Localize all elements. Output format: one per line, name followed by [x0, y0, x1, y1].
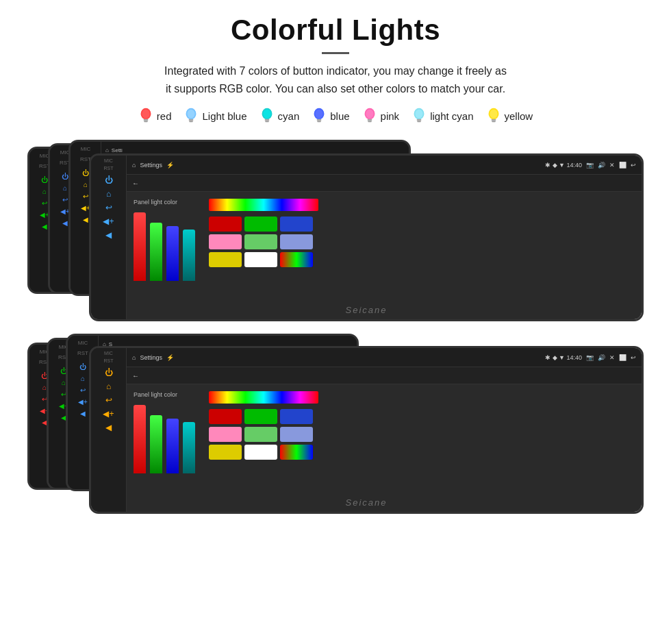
svg-rect-14 — [317, 119, 322, 121]
svg-rect-26 — [491, 119, 496, 121]
swatch-row3-top — [209, 252, 318, 267]
rainbow-swatch-top — [209, 199, 318, 211]
bulb-icon-yellow — [486, 107, 501, 125]
color-item-yellow: yellow — [486, 107, 533, 125]
swatch-rgb-top[interactable] — [280, 252, 313, 267]
bar-blue-top — [166, 226, 179, 281]
main-bot-sidebar: MIC RST ⏻ ⌂ ↩ ◀+ ◀ — [91, 348, 127, 512]
swatch-row3-bot — [209, 445, 318, 460]
swatch-lgreen-bot[interactable] — [244, 427, 277, 442]
svg-rect-11 — [265, 121, 269, 123]
swatch-lblue-bot[interactable] — [280, 427, 313, 442]
main-top-sidebar: MIC RST ⏻ ⌂ ↩ ◀+ ◀ — [91, 156, 127, 319]
swatch-green-top[interactable] — [244, 216, 277, 232]
bar-green-top — [150, 223, 162, 281]
color-item-blue: blue — [312, 107, 349, 125]
swatch-white-bot[interactable] — [244, 445, 277, 460]
color-label-lightblue: Light blue — [202, 110, 246, 122]
svg-rect-2 — [144, 119, 149, 121]
usb-icon-bot: ⚡ — [166, 354, 174, 361]
swatch-row2-top — [209, 234, 318, 249]
swatch-red-top[interactable] — [209, 216, 242, 232]
bar-green-bot — [150, 415, 162, 473]
main-top-body: Panel light color — [127, 192, 642, 319]
swatch-row1-bot — [209, 409, 318, 424]
swatch-white-top[interactable] — [244, 252, 277, 267]
settings-label-bot: Settings — [140, 354, 162, 361]
svg-point-25 — [490, 110, 497, 119]
bars-container-top — [134, 212, 195, 281]
swatch-row2-bot — [209, 427, 318, 442]
svg-rect-3 — [144, 121, 148, 123]
device-main-top: MIC RST ⏻ ⌂ ↩ ◀+ ◀ ⌂ Settings ⚡ — [89, 153, 644, 321]
svg-rect-19 — [368, 121, 372, 123]
top-device-row: MIC RST ⏻ ⌂ ↩ ◀+ ◀ ⌂Setti ← — [27, 140, 644, 321]
color-item-cyan: cyan — [259, 107, 300, 125]
color-item-red: red — [138, 107, 172, 125]
swatch-rgb-bot[interactable] — [280, 445, 313, 460]
svg-rect-18 — [367, 119, 372, 121]
volume-icon-bot: 🔊 — [598, 354, 605, 361]
svg-rect-22 — [417, 119, 422, 121]
bulb-icon-lightcyan — [412, 107, 427, 125]
main-top-topbar: ⌂ Settings ⚡ ✱ ◆ ▼ 14:40 📷 🔊 ✕ ⬜ ↩ — [127, 156, 642, 175]
rainbow-swatch-bot — [209, 391, 318, 404]
bar-cyan-top — [183, 230, 195, 281]
swatch-pink-top[interactable] — [209, 234, 242, 249]
color-item-lightblue: Light blue — [183, 107, 246, 125]
svg-point-13 — [316, 110, 323, 119]
svg-rect-6 — [189, 119, 194, 121]
page-title: Colorful Lights — [27, 14, 644, 47]
svg-rect-27 — [492, 121, 496, 123]
svg-rect-7 — [190, 121, 194, 123]
swatch-lgreen-top[interactable] — [244, 234, 277, 249]
color-label-yellow: yellow — [505, 110, 533, 122]
bulb-icon-cyan — [259, 107, 275, 125]
color-indicators-row: red Light blue cyan — [27, 107, 644, 125]
bulb-icon-blue — [312, 107, 327, 125]
close-icon: ✕ — [609, 162, 615, 169]
description: Integrated with 7 colors of button indic… — [27, 62, 644, 97]
color-label-red: red — [157, 110, 172, 122]
swatch-pink-bot[interactable] — [209, 427, 242, 442]
main-bot-body: Panel light color — [127, 384, 642, 512]
bars-container-bot — [134, 405, 195, 473]
window-icon: ⬜ — [619, 162, 626, 169]
color-label-lightcyan: light cyan — [430, 110, 473, 122]
swatch-green-bot[interactable] — [244, 409, 277, 424]
settings-label: Settings — [140, 162, 162, 169]
title-section: Colorful Lights Integrated with 7 colors… — [27, 14, 644, 97]
swatch-red-bot[interactable] — [209, 409, 242, 424]
svg-point-17 — [366, 110, 373, 119]
volume-icon: 🔊 — [598, 162, 605, 169]
swatch-row1-top — [209, 216, 318, 232]
main-bot-topbar: ⌂ Settings ⚡ ✱ ◆ ▼ 14:40 📷 🔊 ✕ ⬜ ↩ — [127, 348, 642, 367]
page-container: Colorful Lights Integrated with 7 colors… — [0, 0, 671, 538]
svg-rect-23 — [417, 121, 421, 123]
camera-icon-bot: 📷 — [586, 354, 594, 361]
back-icon-bot: ↩ — [631, 354, 636, 361]
swatch-lblue-top[interactable] — [280, 234, 313, 249]
swatch-yellow-top[interactable] — [209, 252, 242, 267]
window-icon-bot: ⬜ — [619, 354, 626, 361]
svg-rect-15 — [317, 121, 321, 123]
main-top-content: ⌂ Settings ⚡ ✱ ◆ ▼ 14:40 📷 🔊 ✕ ⬜ ↩ ← — [127, 156, 642, 319]
panel-label-top: Panel light color — [134, 199, 195, 206]
bulb-icon-pink — [362, 107, 377, 125]
status-icons: ✱ ◆ ▼ 14:40 — [545, 162, 582, 169]
color-bars-top: Panel light color — [134, 199, 195, 312]
device-bot-main: MIC RST ⏻ ⌂ ↩ ◀+ ◀ ⌂ Settings ⚡ — [89, 346, 644, 514]
svg-point-1 — [142, 110, 149, 119]
bulb-icon-red — [138, 107, 153, 125]
close-icon-bot: ✕ — [609, 354, 615, 361]
swatch-yellow-bot[interactable] — [209, 445, 242, 460]
bulb-icon-lightblue — [183, 107, 199, 125]
bar-red-bot — [134, 405, 146, 473]
swatch-blue-top[interactable] — [280, 216, 313, 232]
bar-blue-bot — [166, 419, 179, 473]
swatches-bot — [209, 391, 318, 505]
svg-point-5 — [188, 110, 195, 119]
swatch-blue-bot[interactable] — [280, 409, 313, 424]
color-item-lightcyan: light cyan — [412, 107, 473, 125]
svg-point-9 — [263, 110, 270, 119]
